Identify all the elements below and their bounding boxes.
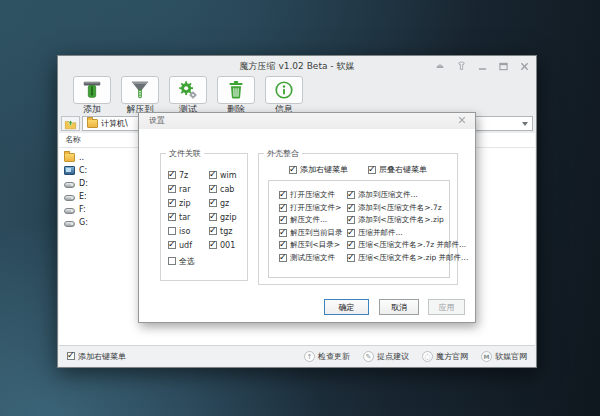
suggestion-link[interactable]: 提点建议 xyxy=(363,351,409,362)
checkbox xyxy=(279,216,287,224)
shell-checkbox[interactable]: 压缩<压缩文件名>.7z 并邮件... xyxy=(347,239,468,252)
shell-checkbox[interactable]: 打开压缩文件 xyxy=(279,189,343,202)
context-menu-options-box: 打开压缩文件 打开压缩文件> 解压文件... xyxy=(268,180,450,278)
drive-icon xyxy=(64,166,75,175)
checkbox-label: tgz xyxy=(220,227,232,236)
file-assoc-checkbox[interactable]: gzip xyxy=(209,210,237,224)
delete-trash-icon xyxy=(217,76,255,104)
checkbox xyxy=(209,171,217,179)
extract-to-button[interactable]: 解压到 xyxy=(121,76,159,114)
checkbox-label: 打开压缩文件> xyxy=(290,203,341,213)
checkbox xyxy=(289,166,297,174)
file-assoc-checkbox[interactable]: gz xyxy=(209,196,237,210)
file-assoc-checkbox[interactable]: tar xyxy=(168,210,192,224)
checkbox xyxy=(279,204,287,212)
shell-checkbox[interactable]: 添加到<压缩文件名>.7z xyxy=(347,202,468,215)
checkbox-label: 压缩<压缩文件名>.7z 并邮件... xyxy=(358,240,466,250)
drive-label: G: xyxy=(79,218,88,227)
checkbox-label: 添加到<压缩文件名>.7z xyxy=(358,203,442,213)
file-assoc-checkbox[interactable]: 7z xyxy=(168,168,192,182)
dialog-titlebar[interactable]: 设置 xyxy=(139,113,475,129)
file-assoc-checkbox[interactable]: tgz xyxy=(209,224,237,238)
ok-button[interactable]: 确定 xyxy=(324,299,369,315)
checkbox xyxy=(347,254,355,262)
drive-icon xyxy=(64,221,75,227)
test-button[interactable]: 测试 xyxy=(169,76,207,114)
file-assoc-checkbox[interactable]: zip xyxy=(168,196,192,210)
checkbox xyxy=(209,227,217,235)
mofang-site-link[interactable]: 魔方官网 xyxy=(422,351,468,362)
checkbox-label: 7z xyxy=(179,171,188,180)
shell-checkbox[interactable]: 打开压缩文件> xyxy=(279,202,343,215)
up-folder-button[interactable] xyxy=(61,116,80,131)
checkbox-label: 全选 xyxy=(179,256,195,267)
statusbar: 添加右键菜单 检查更新 提点建议 魔方官网 软媒官网 xyxy=(59,345,535,366)
shell-checkbox[interactable]: 解压到当前目录 xyxy=(279,227,343,240)
checkbox xyxy=(168,241,176,249)
drive-label: .. xyxy=(79,153,84,162)
checkbox-label: rar xyxy=(179,185,190,194)
statusbar-context-menu-checkbox[interactable]: 添加右键菜单 xyxy=(67,351,126,362)
ruanmei-site-link[interactable]: 软媒官网 xyxy=(481,351,527,362)
checkbox xyxy=(347,204,355,212)
check-update-link[interactable]: 检查更新 xyxy=(304,351,350,362)
drive-label: D: xyxy=(79,179,88,188)
shell-checkbox[interactable]: 测试压缩文件 xyxy=(279,252,343,265)
checkbox xyxy=(279,254,287,262)
file-assoc-checkbox[interactable]: udf xyxy=(168,238,192,252)
file-assoc-checkbox[interactable]: wim xyxy=(209,168,237,182)
info-button[interactable]: 信息 xyxy=(265,76,303,114)
titlebar[interactable]: 魔方压缩 v1.02 Beta - 软媒 xyxy=(58,56,536,76)
checkbox-label: 解压文件... xyxy=(290,215,327,225)
extract-to-icon xyxy=(121,76,159,104)
drive-icon xyxy=(64,208,75,214)
shell-checkbox[interactable]: 解压到<目录> xyxy=(279,239,343,252)
shell-checkbox[interactable]: 添加右键菜单 xyxy=(289,164,348,175)
file-assoc-checkbox[interactable]: rar xyxy=(168,182,192,196)
folder-icon xyxy=(87,119,98,128)
dialog-title: 设置 xyxy=(149,116,165,125)
shell-top-options: 添加右键菜单 层叠右键菜单 xyxy=(289,164,427,175)
checkbox xyxy=(168,213,176,221)
checkbox-label: wim xyxy=(220,171,237,180)
file-assoc-checkbox[interactable]: 001 xyxy=(209,238,237,252)
checkbox-label: gz xyxy=(220,199,229,208)
skin-menu-icon[interactable] xyxy=(434,60,446,72)
delete-button[interactable]: 删除 xyxy=(217,76,255,114)
drive-label: F: xyxy=(79,205,86,214)
checkbox-label: tar xyxy=(179,213,190,222)
shell-checkbox[interactable]: 层叠右键菜单 xyxy=(368,164,427,175)
group-title: 文件关联 xyxy=(166,148,204,159)
checkbox-label: 添加右键菜单 xyxy=(300,164,348,175)
minimize-icon[interactable] xyxy=(476,60,488,72)
cancel-button[interactable]: 取消 xyxy=(379,299,419,315)
checkbox xyxy=(168,171,176,179)
shell-column-right: 添加到压缩文件... 添加到<压缩文件名>.7z 添加到<压缩文件名>.zip xyxy=(347,189,468,264)
address-dropdown-icon[interactable] xyxy=(522,122,528,126)
file-assoc-column-left: 7z rar zip tar xyxy=(168,168,192,252)
file-assoc-column-right: wim cab gz gzip xyxy=(209,168,237,252)
skin-icon[interactable] xyxy=(455,60,467,72)
checkbox-label: 测试压缩文件 xyxy=(290,253,335,263)
toolbar: 添加 解压到 xyxy=(58,76,536,114)
info-circle-icon xyxy=(265,76,303,104)
checkbox xyxy=(209,241,217,249)
select-all-checkbox[interactable]: 全选 xyxy=(168,254,195,268)
close-icon[interactable] xyxy=(518,60,530,72)
add-button[interactable]: 添加 xyxy=(73,76,111,114)
shell-checkbox[interactable]: 压缩<压缩文件名>.zip 并邮件... xyxy=(347,252,468,265)
shell-checkbox[interactable]: 添加到压缩文件... xyxy=(347,189,468,202)
shell-checkbox[interactable]: 解压文件... xyxy=(279,214,343,227)
test-gears-icon xyxy=(169,76,207,104)
dialog-close-icon[interactable] xyxy=(457,116,467,126)
maximize-icon[interactable] xyxy=(497,60,509,72)
shell-checkbox[interactable]: 添加到<压缩文件名>.zip xyxy=(347,214,468,227)
file-assoc-checkbox[interactable]: cab xyxy=(209,182,237,196)
apply-button[interactable]: 应用 xyxy=(428,299,465,315)
file-assoc-checkbox[interactable]: iso xyxy=(168,224,192,238)
window-controls xyxy=(434,56,530,76)
shell-checkbox[interactable]: 压缩并邮件... xyxy=(347,227,468,240)
drive-label: E: xyxy=(79,192,87,201)
checkbox-label: 层叠右键菜单 xyxy=(379,164,427,175)
checkbox-label: 添加到<压缩文件名>.zip xyxy=(358,215,444,225)
